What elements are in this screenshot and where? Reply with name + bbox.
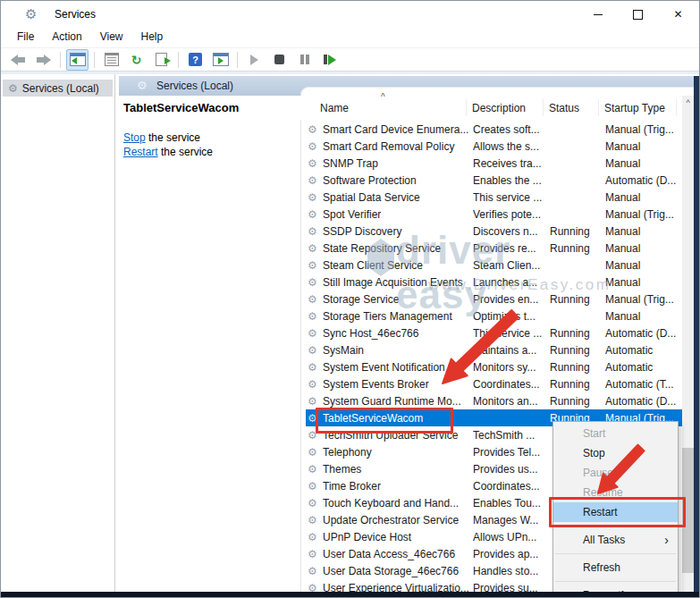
service-row[interactable]: ⚙ State Repository Service Provides re..…: [306, 240, 682, 257]
service-startup-type: Automatic (D...: [605, 327, 682, 340]
service-row[interactable]: ⚙ Spatial Data Service This service ... …: [306, 189, 682, 206]
start-service-button[interactable]: [243, 49, 266, 71]
service-row[interactable]: ⚙ Smart Card Removal Policy Allows the s…: [306, 138, 682, 155]
service-startup-type: Automatic: [605, 344, 682, 357]
tree-item-services-local[interactable]: ⚙ Services (Local): [3, 80, 113, 97]
menu-bar-item[interactable]: Help: [132, 28, 173, 47]
context-menu-item: [555, 581, 676, 582]
services-header-icon: ⚙: [137, 79, 148, 92]
service-name: Telephony: [323, 446, 473, 459]
toolbar: ↻ ?: [1, 48, 699, 72]
service-gear-icon: ⚙: [306, 446, 323, 459]
service-startup-type: Manual (Trig...: [605, 208, 682, 221]
export-list-button[interactable]: [150, 49, 173, 71]
service-gear-icon: ⚙: [306, 582, 323, 593]
service-row[interactable]: ⚙ Storage Service Provides en... Running…: [306, 291, 682, 307]
context-menu-item[interactable]: Stop: [553, 443, 678, 463]
context-menu-item-label: Start: [583, 427, 605, 440]
service-row[interactable]: ⚙ Sync Host_46ec766 This service ... Run…: [306, 324, 682, 341]
service-gear-icon: ⚙: [306, 225, 323, 238]
service-gear-icon: ⚙: [306, 123, 323, 136]
service-gear-icon: ⚙: [306, 565, 323, 577]
menu-bar-item[interactable]: File: [8, 28, 43, 47]
refresh-button[interactable]: ↻: [125, 49, 148, 71]
service-startup-type: Automatic (T...: [605, 378, 682, 391]
pause-service-button[interactable]: [293, 49, 316, 71]
service-row[interactable]: ⚙ SysMain Maintains a... Running Automat…: [306, 341, 682, 358]
properties-button[interactable]: [100, 49, 122, 71]
restart-service-link[interactable]: Restart: [123, 146, 158, 158]
column-header-status[interactable]: Status: [549, 102, 579, 114]
service-startup-type: Automatic: [605, 361, 682, 374]
service-row[interactable]: ⚙ Steam Client Service Steam Clien... Ma…: [306, 257, 682, 274]
service-gear-icon: ⚙: [306, 480, 323, 493]
service-description: Launches a...: [473, 276, 550, 289]
service-row[interactable]: ⚙ System Event Notification S... Monitor…: [306, 358, 682, 375]
show-action-pane-button[interactable]: [209, 49, 232, 71]
service-row[interactable]: ⚙ SNMP Trap Receives tra... Manual: [306, 155, 682, 172]
service-status: Running: [550, 344, 605, 357]
context-menu-item[interactable]: All Tasks ›: [553, 530, 678, 550]
service-row[interactable]: ⚙ Smart Card Device Enumera... Creates s…: [306, 121, 682, 138]
list-header: ^ Name Description Status Startup Type: [300, 96, 682, 120]
service-name: User Experience Virtualizatio...: [323, 582, 473, 593]
service-name: Smart Card Device Enumera...: [323, 123, 473, 136]
stop-service-line: Stop the service: [123, 131, 200, 144]
desktop-edge-right: [694, 76, 700, 592]
column-divider: [543, 99, 544, 116]
context-menu-item: Pause: [553, 463, 678, 483]
forward-button[interactable]: [32, 49, 55, 71]
stop-service-link[interactable]: Stop: [123, 131, 146, 144]
restart-service-button[interactable]: [318, 49, 341, 71]
column-header-startup-type[interactable]: Startup Type: [604, 102, 665, 114]
service-startup-type: Manual: [605, 276, 682, 289]
service-name: Storage Service: [323, 293, 473, 306]
console-tree-panel: ⚙ Services (Local): [1, 74, 114, 592]
help-button[interactable]: ?: [184, 49, 207, 71]
service-status: Running: [550, 327, 605, 340]
service-description: This service ...: [473, 327, 550, 340]
service-gear-icon: ⚙: [306, 293, 323, 306]
service-startup-type: Automatic (D...: [605, 174, 682, 187]
service-startup-type: Manual (Trig...: [605, 123, 682, 136]
close-button[interactable]: ✕: [658, 1, 698, 28]
service-gear-icon: ⚙: [306, 174, 323, 187]
window-title: Services: [55, 8, 96, 21]
service-row[interactable]: ⚙ Still Image Acquisition Events Launche…: [306, 274, 682, 291]
service-row[interactable]: ⚙ Storage Tiers Management Optimizes t..…: [306, 307, 682, 324]
stop-service-icon: [274, 55, 284, 64]
show-console-tree-button[interactable]: [66, 49, 89, 71]
service-row[interactable]: ⚙ SSDP Discovery Discovers n... Running …: [306, 223, 682, 240]
service-name: State Repository Service: [323, 242, 473, 255]
service-gear-icon: ⚙: [306, 157, 323, 170]
maximize-button[interactable]: [618, 1, 658, 28]
scroll-up-icon[interactable]: ^: [682, 96, 694, 110]
context-menu-item: [555, 553, 676, 554]
service-status: Running: [550, 225, 605, 238]
service-row[interactable]: ⚙ System Events Broker Coordinates... Ru…: [306, 375, 682, 392]
context-menu-item-label: Pause: [583, 467, 613, 479]
minimize-button[interactable]: [578, 1, 618, 28]
service-row[interactable]: ⚙ Software Protection Enables the ... Au…: [306, 172, 682, 189]
services-node-icon: ⚙: [8, 82, 18, 95]
column-header-name[interactable]: Name: [320, 102, 349, 114]
service-startup-type: Automatic (D...: [605, 395, 682, 408]
service-gear-icon: ⚙: [306, 191, 323, 204]
column-header-description[interactable]: Description: [472, 102, 526, 114]
service-name: Touch Keyboard and Hand...: [323, 497, 473, 510]
menu-bar-item[interactable]: View: [91, 28, 132, 47]
toolbar-separator: [94, 52, 95, 68]
service-description: This service ...: [473, 191, 550, 204]
service-row[interactable]: ⚙ Spot Verifier Verifies pote... Manual …: [306, 206, 682, 223]
service-status: Running: [550, 242, 605, 255]
show-action-pane-icon: [213, 53, 229, 66]
service-name: SysMain: [323, 344, 473, 357]
forward-icon: [36, 55, 51, 65]
pause-service-icon: [300, 55, 309, 64]
menu-bar-item[interactable]: Action: [43, 28, 90, 47]
stop-service-button[interactable]: [268, 49, 291, 71]
back-button[interactable]: [7, 49, 30, 71]
minimize-icon: [594, 14, 603, 15]
context-menu-item[interactable]: Refresh: [553, 558, 678, 577]
service-startup-type: Manual: [605, 191, 682, 204]
